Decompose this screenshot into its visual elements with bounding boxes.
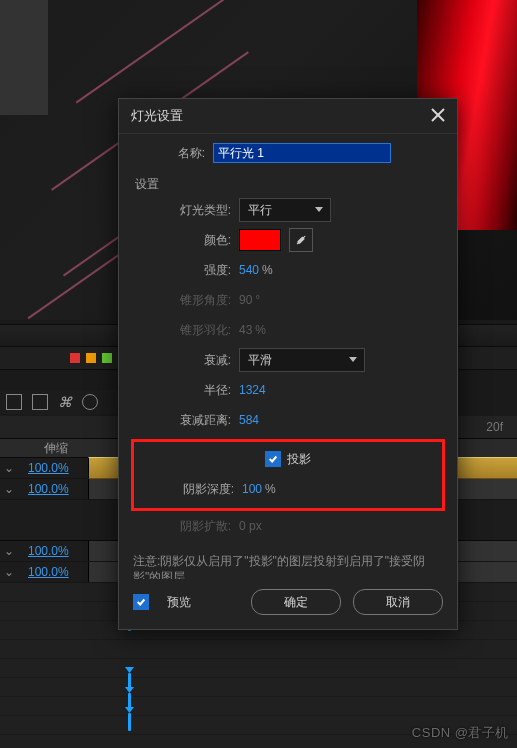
keyframe-marker[interactable] <box>128 713 131 731</box>
cone-feather-label: 锥形羽化: <box>133 322 239 339</box>
falloff-dropdown[interactable]: 平滑 <box>239 348 365 372</box>
stretch-value[interactable]: 100.0% <box>28 544 88 558</box>
time-indicator: 20f <box>486 416 503 438</box>
toolbar-icon[interactable] <box>82 394 98 410</box>
light-type-label: 灯光类型: <box>133 202 239 219</box>
dialog-title: 灯光设置 <box>131 107 183 125</box>
shadow-depth-value[interactable]: 100 <box>242 482 262 496</box>
shadow-depth-unit: % <box>265 482 276 496</box>
eyedropper-icon[interactable] <box>289 228 313 252</box>
intensity-unit: % <box>262 263 273 277</box>
falloff-distance-value[interactable]: 584 <box>239 413 259 427</box>
light-settings-dialog: 灯光设置 名称: 设置 灯光类型: 平行 颜色: 强度: 540 % <box>118 98 458 630</box>
chevron-down-icon[interactable]: ⌄ <box>0 461 18 475</box>
shadow-depth-label: 阴影深度: <box>136 481 242 498</box>
name-input[interactable] <box>213 143 391 163</box>
close-icon[interactable] <box>431 108 445 125</box>
watermark: CSDN @君子机 <box>412 724 509 742</box>
falloff-label: 衰减: <box>133 352 239 369</box>
cone-angle-value: 90 <box>239 293 252 307</box>
color-swatch[interactable] <box>239 229 281 251</box>
cone-feather-unit: % <box>255 323 266 337</box>
cast-shadow-checkbox[interactable] <box>265 451 281 467</box>
shadow-diffusion-value: 0 px <box>239 519 262 533</box>
cone-angle-label: 锥形角度: <box>133 292 239 309</box>
intensity-label: 强度: <box>133 262 239 279</box>
radius-label: 半径: <box>133 382 239 399</box>
timeline-toolbar: ⌘ <box>0 390 126 414</box>
falloff-distance-label: 衰减距离: <box>133 412 239 429</box>
preview-label: 预览 <box>167 594 191 611</box>
chevron-down-icon[interactable]: ⌄ <box>0 482 18 496</box>
chevron-down-icon[interactable]: ⌄ <box>0 544 18 558</box>
highlight-annotation: 投影 阴影深度: 100 % <box>131 439 445 511</box>
falloff-value: 平滑 <box>248 352 272 369</box>
dialog-titlebar[interactable]: 灯光设置 <box>119 99 457 134</box>
name-label: 名称: <box>133 145 213 162</box>
fx-icon[interactable]: ⌘ <box>58 394 72 410</box>
cancel-button[interactable]: 取消 <box>353 589 443 615</box>
radius-value[interactable]: 1324 <box>239 383 266 397</box>
settings-section-label: 设置 <box>135 176 443 193</box>
light-type-dropdown[interactable]: 平行 <box>239 198 331 222</box>
cone-feather-value: 43 <box>239 323 252 337</box>
stretch-value[interactable]: 100.0% <box>28 565 88 579</box>
cast-shadow-label: 投影 <box>287 451 311 468</box>
preview-checkbox[interactable] <box>133 594 149 610</box>
intensity-value[interactable]: 540 <box>239 263 259 277</box>
light-type-value: 平行 <box>248 202 272 219</box>
stretch-value[interactable]: 100.0% <box>28 482 88 496</box>
chevron-down-icon[interactable]: ⌄ <box>0 565 18 579</box>
shadow-diffusion-label: 阴影扩散: <box>133 518 239 535</box>
toolbar-icon[interactable] <box>6 394 22 410</box>
stretch-value[interactable]: 100.0% <box>28 461 88 475</box>
ok-button[interactable]: 确定 <box>251 589 341 615</box>
shadow-note-text: 注意:阴影仅从启用了"投影"的图层投射到启用了"接受阴影"的图层。 <box>133 553 443 579</box>
color-label: 颜色: <box>133 232 239 249</box>
cone-angle-unit: ° <box>255 293 260 307</box>
toolbar-icon[interactable] <box>32 394 48 410</box>
